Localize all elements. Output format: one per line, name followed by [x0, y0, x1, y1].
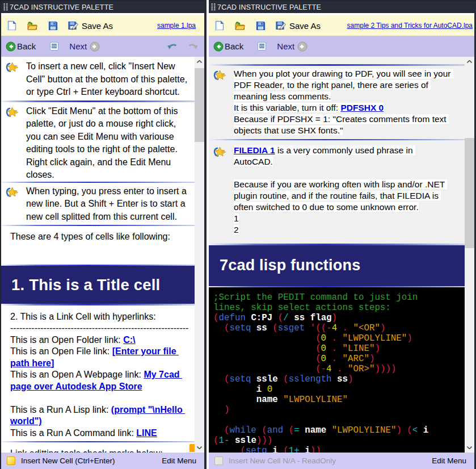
back-icon [213, 41, 224, 52]
open-file-button[interactable] [233, 18, 247, 33]
cell-text: Click "Edit Menu" at the bottom of this … [26, 105, 180, 182]
undo-button[interactable] [168, 41, 178, 52]
save-as-button[interactable] [273, 18, 288, 33]
open-folder-icon [234, 21, 246, 31]
cell-text: To insert a new cell, click "Insert New … [26, 60, 190, 99]
code-line: (defun C:PJ (/ ss flag) [213, 313, 465, 323]
new-file-button[interactable] [212, 18, 227, 33]
window-title: 7CAD INSTRUCTIVE PALETTE [217, 3, 321, 11]
undo-icon [167, 42, 179, 51]
code-line: i 0 [213, 384, 465, 395]
grip-icon[interactable] [210, 3, 216, 11]
note-star-icon [5, 187, 26, 198]
cell-list[interactable]: When you plot your drawing to PDF, you w… [209, 57, 465, 453]
insert-new-cell-label[interactable]: Insert New Cell (Ctrl+Enter) [21, 457, 115, 465]
back-button[interactable] [213, 41, 224, 52]
orange-marker [189, 444, 195, 452]
note-cell[interactable]: Click "Edit Menu" at the bottom of this … [1, 102, 195, 182]
cell-list-container: To insert a new cell, click "Insert New … [1, 57, 204, 453]
cell-list[interactable]: To insert a new cell, click "Insert New … [1, 57, 195, 453]
nav-toolbar: Back Next [1, 36, 204, 57]
code-line: (0 . "LWPOLYLINE") [213, 333, 465, 344]
cell-row: Link editting tools check marks below: [1, 447, 195, 453]
scrollbar-thumb[interactable] [195, 68, 204, 142]
next-button[interactable] [297, 41, 307, 52]
open-file-button[interactable] [25, 18, 40, 33]
note-cell[interactable]: FILEDIA 1 is a very commonly used phrase… [209, 140, 465, 244]
code-line: lines, skip select actions steps: [213, 303, 465, 313]
next-button[interactable] [90, 41, 100, 52]
hyperlink[interactable]: C:\ [123, 335, 135, 345]
grip-icon[interactable] [3, 3, 8, 11]
cell-row: These are 4 types of cells like followin… [1, 231, 195, 244]
scroll-up-button[interactable] [195, 57, 204, 66]
nav-toolbar: Back Next [209, 36, 474, 57]
save-as-label[interactable]: Save As [289, 21, 321, 31]
next-label[interactable]: Next [69, 41, 87, 51]
title-cell[interactable]: 1. This is a Title cell [1, 266, 195, 304]
code-line: (0 . "ARC") [213, 354, 465, 364]
edit-menu-label[interactable]: Edit Menu [432, 457, 466, 465]
save-as-icon [68, 20, 79, 31]
loaded-file-link[interactable]: sample 2 Tips and Tricks for AutoCAD.lpa [347, 22, 473, 30]
file-toolbar: Save Assample 1.lpa [1, 15, 204, 36]
cell-row: FILEDIA 1 is a very commonly used phrase… [209, 145, 465, 236]
code-cell[interactable]: ;Script the PEDIT command to just joinli… [209, 287, 465, 453]
new-file-button[interactable] [5, 18, 19, 33]
code-line: (setq i (1+ i)) [213, 446, 465, 453]
note-star-icon [213, 70, 234, 81]
edit-menu-label[interactable]: Edit Menu [162, 457, 196, 465]
code-line: (0 . "LINE") [213, 344, 465, 354]
title-cell-text: 7cad lisp functions [209, 257, 360, 274]
scroll-down-button[interactable] [465, 443, 474, 453]
next-icon [90, 41, 100, 52]
back-button[interactable] [6, 41, 16, 52]
note-star-icon [209, 68, 234, 136]
title-cell[interactable]: 7cad lisp functions [209, 245, 465, 286]
note-cell[interactable]: When you plot your drawing to PDF, you w… [209, 66, 465, 139]
desktop: 7CAD INSTRUCTIVE PALETTE Save Assample 1… [0, 0, 476, 469]
note-cell[interactable]: When typing, you press enter to insert a… [1, 183, 195, 225]
cell-row: Click "Edit Menu" at the bottom of this … [1, 105, 195, 182]
save-button[interactable] [45, 18, 60, 33]
save-as-button[interactable] [66, 18, 81, 33]
vertical-scrollbar[interactable] [465, 57, 474, 453]
save-icon [256, 21, 266, 31]
cell-list-container: When you plot your drawing to PDF, you w… [209, 57, 474, 453]
text-cell[interactable]: These are 4 types of cells like followin… [1, 226, 195, 265]
titlebar: 7CAD INSTRUCTIVE PALETTE [209, 1, 474, 13]
scrollbar-thumb[interactable] [465, 138, 474, 248]
hyperlink[interactable]: PDFSHX 0 [340, 103, 384, 112]
pages-button[interactable] [49, 41, 59, 52]
save-as-label[interactable]: Save As [82, 21, 113, 31]
scroll-down-button[interactable] [195, 443, 204, 453]
back-label[interactable]: Back [225, 41, 243, 51]
scroll-up-button[interactable] [465, 57, 474, 66]
save-icon [48, 21, 58, 31]
vertical-scrollbar[interactable] [195, 57, 204, 453]
redo-button[interactable] [187, 41, 197, 52]
code-line: ;Script the PEDIT command to just join [213, 292, 465, 303]
loaded-file-link[interactable]: sample 1.lpa [157, 22, 196, 30]
note-star-icon [1, 60, 26, 99]
title-cell-text: 1. This is a Title cell [1, 276, 160, 294]
palette-window-left: 7CAD INSTRUCTIVE PALETTE Save Assample 1… [0, 0, 207, 469]
cell-text: FILEDIA 1 is a very commonly used phrase… [234, 145, 447, 236]
cell-text: When typing, you press enter to insert a… [26, 185, 189, 224]
status-bar: Insert New Cell N/A - ReadOnlyEdit Menu [209, 453, 474, 469]
pages-button[interactable] [256, 41, 267, 52]
text-cell[interactable]: Link editting tools check marks below: [1, 442, 195, 453]
hyperlink[interactable]: FILEDIA 1 [234, 145, 275, 155]
note-cell[interactable]: To insert a new cell, click "Insert New … [1, 57, 195, 101]
insert-new-cell-label[interactable]: Insert New Cell N/A - ReadOnly [229, 457, 336, 465]
pages-icon [257, 41, 267, 51]
text-cell[interactable]: 2. This is a Link Cell with hyperlinks: … [1, 305, 195, 441]
save-as-icon [276, 20, 287, 31]
next-label[interactable]: Next [277, 41, 294, 51]
code-line: name "LWPOLYLINE" [213, 395, 465, 405]
back-label[interactable]: Back [17, 41, 36, 51]
code-line: (setq ssle (sslength ss) [213, 374, 465, 384]
save-button[interactable] [253, 18, 268, 33]
palette-window-right: 7CAD INSTRUCTIVE PALETTE Save Assample 2… [209, 0, 476, 469]
hyperlink[interactable]: LINE [136, 428, 157, 438]
